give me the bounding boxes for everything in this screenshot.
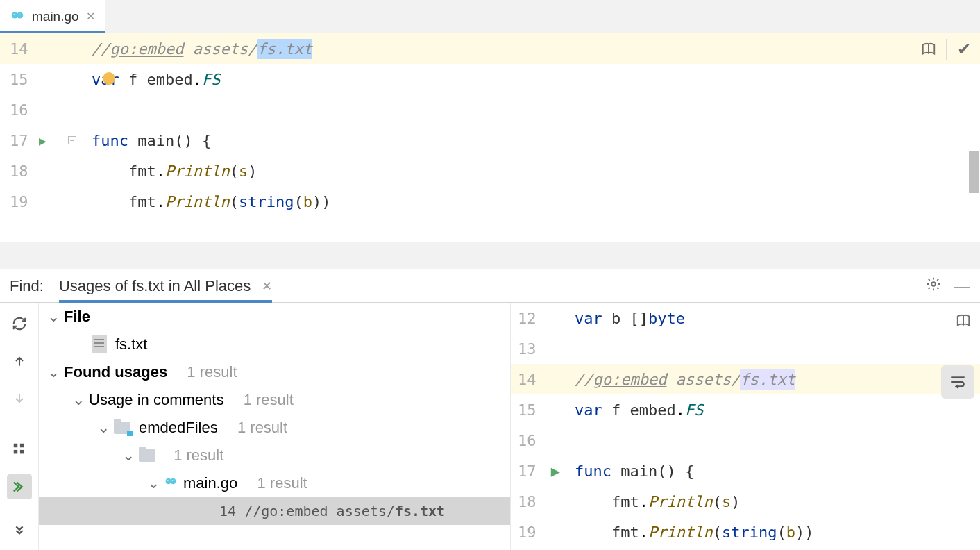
code-line bbox=[566, 425, 980, 456]
chevron-down-icon[interactable]: ⌄ bbox=[97, 419, 108, 437]
find-toolbar bbox=[0, 303, 39, 550]
fold-handle-icon[interactable]: – bbox=[68, 136, 76, 144]
code-line: fmt.Println(string(b)) bbox=[76, 186, 980, 217]
usage-preview-editor[interactable]: 12 13 14 15 16 17▶ 18 19 var b []byte //… bbox=[511, 303, 980, 550]
folder-icon bbox=[139, 449, 155, 462]
run-gutter-icon[interactable]: ▶ bbox=[551, 462, 560, 480]
tree-node-module[interactable]: ⌄ emdedFiles 1 result bbox=[39, 414, 510, 442]
svg-point-4 bbox=[931, 282, 936, 286]
reader-mode-icon[interactable] bbox=[918, 39, 939, 60]
svg-point-2 bbox=[14, 14, 15, 15]
code-line: fmt.Println(string(b)) bbox=[566, 517, 980, 547]
tree-node-usage-line[interactable]: 14 //go:embed assets/fs.txt bbox=[39, 497, 510, 525]
gutter-line: 12 bbox=[511, 303, 566, 333]
reader-mode-icon[interactable] bbox=[952, 310, 974, 332]
run-gutter-icon[interactable]: ▶ bbox=[39, 133, 47, 148]
editor-gutter: 14 15 16 17 ▶ – 18 19 bbox=[0, 33, 76, 242]
gutter-line: 14 bbox=[0, 33, 76, 64]
gutter-line: 16 bbox=[0, 94, 76, 125]
tab-label: main.go bbox=[32, 9, 79, 24]
close-icon[interactable]: ✕ bbox=[86, 10, 95, 23]
gutter-line: 17 ▶ – bbox=[0, 125, 76, 156]
find-panel-header: Find: Usages of fs.txt in All Places ✕ — bbox=[0, 269, 980, 303]
inspection-hint-icon[interactable] bbox=[103, 72, 115, 85]
editor-tab-bar: main.go ✕ bbox=[0, 0, 980, 33]
gutter-line: 15 bbox=[511, 394, 566, 425]
code-editor[interactable]: 14 15 16 17 ▶ – 18 19 //go:embed assets/… bbox=[0, 33, 980, 242]
go-file-icon bbox=[10, 8, 25, 25]
gutter-line: 15 bbox=[0, 64, 76, 94]
group-by-button[interactable] bbox=[7, 437, 32, 462]
svg-point-11 bbox=[167, 480, 169, 481]
code-line: //go:embed assets/fs.txt bbox=[76, 33, 980, 64]
gutter-line: 19 bbox=[511, 517, 566, 547]
gutter-line: 19 bbox=[0, 186, 76, 217]
module-folder-icon bbox=[114, 422, 130, 434]
find-panel-body: ⌄ File fs.txt ⌄ Found usages 1 result ⌄ … bbox=[0, 303, 980, 550]
svg-rect-6 bbox=[13, 450, 17, 454]
gutter-line: 18 bbox=[511, 486, 566, 517]
code-line: //go:embed assets/fs.txt bbox=[566, 364, 980, 394]
editor-tab-main-go[interactable]: main.go ✕ bbox=[0, 0, 105, 33]
panel-separator[interactable] bbox=[0, 242, 980, 269]
usages-tree[interactable]: ⌄ File fs.txt ⌄ Found usages 1 result ⌄ … bbox=[39, 303, 511, 550]
editor-content[interactable]: //go:embed assets/fs.txt var f embed.FS … bbox=[76, 33, 980, 242]
go-file-icon bbox=[164, 474, 178, 492]
tree-node-file-heading[interactable]: ⌄ File bbox=[39, 303, 510, 331]
code-line bbox=[76, 94, 980, 125]
preview-content[interactable]: var b []byte //go:embed assets/fs.txt va… bbox=[566, 303, 980, 550]
file-icon bbox=[92, 335, 107, 353]
svg-rect-5 bbox=[13, 444, 17, 448]
prev-occurrence-button[interactable] bbox=[7, 349, 32, 374]
tree-node-package[interactable]: ⌄ 1 result bbox=[39, 442, 510, 469]
code-line: func main() { bbox=[76, 125, 980, 156]
refresh-button[interactable] bbox=[7, 311, 32, 336]
code-line: var b []byte bbox=[566, 303, 980, 333]
gutter-line: 14 bbox=[511, 364, 566, 394]
svg-point-10 bbox=[170, 478, 176, 484]
minimize-icon[interactable]: — bbox=[954, 276, 970, 296]
gutter-line: 13 bbox=[511, 333, 566, 364]
svg-rect-7 bbox=[19, 444, 23, 448]
inspection-ok-icon[interactable]: ✔ bbox=[954, 39, 974, 60]
svg-point-1 bbox=[17, 12, 23, 18]
tree-node-found-usages[interactable]: ⌄ Found usages 1 result bbox=[39, 358, 510, 386]
chevron-down-icon[interactable]: ⌄ bbox=[147, 474, 158, 492]
find-label: Find: bbox=[10, 277, 44, 295]
svg-point-3 bbox=[19, 14, 20, 15]
gutter-line: 17▶ bbox=[511, 456, 566, 486]
code-line bbox=[566, 333, 980, 364]
code-line: var f embed.FS bbox=[566, 394, 980, 425]
gear-icon[interactable] bbox=[926, 276, 941, 296]
autoscroll-to-source-button[interactable] bbox=[7, 474, 32, 499]
chevron-down-icon[interactable]: ⌄ bbox=[72, 391, 83, 409]
gutter-line: 16 bbox=[511, 425, 566, 456]
tree-node-file-main-go[interactable]: ⌄ main.go 1 result bbox=[39, 469, 510, 497]
selection: fs.txt bbox=[257, 39, 312, 59]
next-occurrence-button[interactable] bbox=[7, 386, 32, 411]
close-icon[interactable]: ✕ bbox=[262, 278, 272, 294]
svg-rect-8 bbox=[19, 450, 23, 454]
chevron-down-icon[interactable]: ⌄ bbox=[47, 308, 58, 326]
code-line: func main() { bbox=[566, 456, 980, 486]
tree-node-usage-comments[interactable]: ⌄ Usage in comments 1 result bbox=[39, 386, 510, 414]
svg-point-12 bbox=[172, 480, 174, 481]
code-line: var f embed.FS bbox=[76, 64, 980, 94]
preview-gutter: 12 13 14 15 16 17▶ 18 19 bbox=[511, 303, 566, 550]
gutter-line: 18 bbox=[0, 156, 76, 186]
chevron-down-icon[interactable]: ⌄ bbox=[47, 363, 58, 381]
soft-wrap-button[interactable] bbox=[941, 365, 974, 399]
code-line: fmt.Println(s) bbox=[566, 486, 980, 517]
tree-node-file[interactable]: fs.txt bbox=[39, 331, 510, 358]
more-button[interactable] bbox=[7, 517, 32, 542]
code-line: fmt.Println(s) bbox=[76, 156, 980, 186]
find-tab[interactable]: Usages of fs.txt in All Places ✕ bbox=[59, 269, 272, 302]
chevron-down-icon[interactable]: ⌄ bbox=[122, 447, 133, 465]
